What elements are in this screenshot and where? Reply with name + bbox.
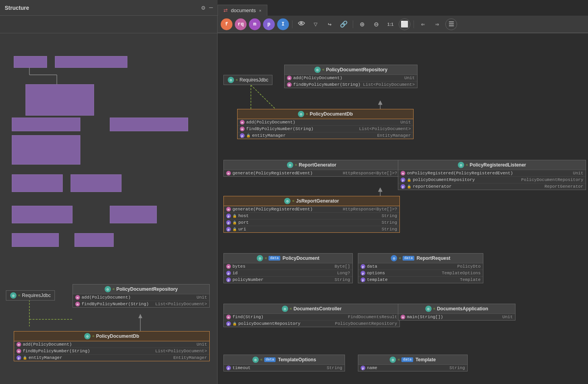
documents-application-diagram[interactable]: ◎ « DocumentsApplication mmain(String[])… [398, 304, 515, 321]
toolbar-btn-fit[interactable]: ⬜ [399, 18, 410, 30]
svg-marker-6 [138, 314, 142, 318]
toolbar-sep-2 [353, 20, 353, 28]
toolbar-btn-hook[interactable]: ↪ [324, 18, 336, 30]
tab-name: documents [231, 7, 256, 13]
member-find-repo-diag: mfindByPolicyNumber(String) List<PolicyD… [285, 82, 417, 88]
policy-registered-listener-diagram[interactable]: ◎ « PolicyRegisteredListener monPolicyRe… [398, 160, 586, 190]
toolbar-btn-filter[interactable]: ▽ [310, 18, 321, 30]
svg-marker-10 [378, 101, 382, 105]
member-entity-db-diag: p🔒entityManager EntityManager [238, 132, 413, 139]
struct-box-5 [110, 118, 188, 131]
report-request-header: ◎ « data ReportRequest [358, 254, 483, 263]
template-options-diagram[interactable]: ◎ « data TemplateOptions ptimeout String [223, 355, 345, 371]
member-add-db-diag: madd(PolicyDocument) Unit [238, 119, 413, 126]
iface-decorator: « [18, 293, 20, 298]
member-options-rr: poptions TemplateOptions [358, 270, 483, 277]
struct-box-8 [71, 174, 122, 192]
policy-document-diagram[interactable]: ◎ « data PolicyDocument mbytes Byte[] pi… [223, 253, 353, 283]
structure-canvas: ◎ « RequiresJdbc ◎ « PolicyDocumentRepos… [0, 33, 217, 384]
member-repo-dc: p🔒policyDocumentRepository PolicyDocumen… [224, 321, 399, 327]
member-on-policy: monPolicyRegistered(PolicyRegisteredEven… [398, 170, 586, 177]
policy-reg-listener-header: ◎ « PolicyRegisteredListener [398, 160, 586, 170]
policy-doc-header: ◎ « data PolicyDocument [224, 254, 352, 263]
struct-box-11 [12, 233, 59, 247]
toolbar-btn-minus[interactable]: ⊖ [370, 18, 382, 30]
structure-title: Structure [5, 5, 29, 11]
struct-box-7 [12, 174, 63, 192]
toolbar: f rq m p I 👁 ▽ ↪ 🔗 ⊕ ⊖ 1:1 ⬜ ⇐ ⇒ ☰ [218, 16, 588, 33]
minimize-icon[interactable]: — [209, 4, 213, 11]
member-host-jsrg: p🔒host String [224, 213, 399, 219]
documents-controller-diagram[interactable]: ◎ « DocumentsController mfind(String) Fi… [223, 304, 400, 327]
policy-doc-db-structure[interactable]: ◎ « PolicyDocumentDb madd(PolicyDocument… [14, 331, 210, 361]
report-generator-diagram[interactable]: ◎ « ReportGenerator mgenerate(PolicyRegi… [223, 160, 400, 177]
member-timeout-to: ptimeout String [224, 365, 345, 371]
member-data-rr: pdata PolicyDto [358, 263, 483, 270]
tab-close-icon[interactable]: × [259, 8, 261, 13]
structure-panel-header: Structure ⚙ — [0, 0, 218, 16]
toolbar-btn-rq[interactable]: rq [235, 18, 247, 30]
member-template-rr: ptemplate Template [358, 277, 483, 283]
toolbar-btn-f[interactable]: f [221, 18, 232, 30]
report-request-diagram[interactable]: ◎ « data ReportRequest pdata PolicyDto p… [358, 253, 483, 283]
requires-jdbc-iface-diagram: ◎ « RequiresJdbc [223, 75, 272, 85]
policy-doc-db-header-diagram: ◎ « PolicyDocumentDb [238, 109, 413, 119]
member-policy-doc-repo-listener: p🔒policyDocumentRepository PolicyDocumen… [398, 177, 586, 183]
member-policynumber-pd: ppolicyNumber String [224, 277, 352, 283]
toolbar-sep-1 [292, 20, 292, 28]
diagram-panel: ◎ « RequiresJdbc ◎ « PolicyDocumentRepos… [218, 33, 588, 384]
toolbar-btn-eye[interactable]: 👁 [296, 18, 307, 30]
toolbar-btn-split-right[interactable]: ⇒ [431, 18, 443, 30]
template-diagram[interactable]: ◎ « data Template pname String [358, 355, 468, 371]
diagram-canvas: ◎ « RequiresJdbc ◎ « PolicyDocumentRepos… [218, 33, 588, 384]
member-gen-jsrg: mgenerate(PolicyRegisteredEvent) HttpRes… [224, 206, 399, 213]
member-port-jsrg: p🔒port String [224, 219, 399, 226]
gear-icon[interactable]: ⚙ [201, 4, 205, 12]
member-entity-db-structure: p🔒entityManager EntityManager [14, 355, 209, 361]
member-add-repo-diag: madd(PolicyDocument) Unit [285, 75, 417, 82]
svg-marker-12 [378, 188, 382, 192]
requires-jdbc-label-diagram: RequiresJdbc [240, 77, 268, 83]
main-area: ◎ « RequiresJdbc ◎ « PolicyDocumentRepos… [0, 33, 588, 384]
toolbar-btn-split-left[interactable]: ⇐ [417, 18, 429, 30]
policy-doc-repo-structure[interactable]: ◎ « PolicyDocumentRepository madd(Policy… [73, 284, 210, 308]
member-report-gen-listener: p🔒reportGenerator ReportGenerator [398, 183, 586, 190]
struct-box-10 [110, 206, 157, 223]
template-header: ◎ « data Template [358, 355, 467, 365]
requires-jdbc-iface-structure: ◎ « RequiresJdbc [6, 290, 55, 301]
member-add-structure: madd(PolicyDocument) Unit [73, 294, 209, 301]
struct-box-4 [12, 118, 80, 131]
toolbar-btn-p[interactable]: p [263, 18, 275, 30]
struct-box-1 [14, 56, 47, 68]
toolbar-btn-plus[interactable]: ⊕ [356, 18, 368, 30]
app-header: Structure ⚙ — ⇄ documents × [0, 0, 588, 16]
policy-doc-db-header-structure: ◎ « PolicyDocumentDb [14, 331, 209, 341]
policy-doc-repo-diagram[interactable]: ◎ « PolicyDocumentRepository madd(Policy… [284, 65, 417, 88]
toolbar-btn-m[interactable]: m [249, 18, 261, 30]
badge-green-iface: ◎ [10, 292, 16, 299]
js-report-generator-diagram[interactable]: ◎ « JsReportGenerator mgenerate(PolicyRe… [223, 196, 400, 233]
toolbar-btn-ratio[interactable]: 1:1 [385, 18, 396, 30]
member-add-db-structure: madd(PolicyDocument) Unit [14, 341, 209, 348]
struct-box-9 [12, 206, 73, 223]
requires-jdbc-label-structure: RequiresJdbc [22, 293, 51, 298]
member-find-structure: mfindByPolicyNumber(String) List<PolicyD… [73, 301, 209, 307]
toolbar-btn-layout[interactable]: ☰ [445, 18, 457, 30]
member-find-db-structure: mfindByPolicyNumber(String) List<PolicyD… [14, 348, 209, 355]
policy-doc-db-diagram[interactable]: ◎ « PolicyDocumentDb madd(PolicyDocument… [237, 109, 414, 139]
policy-doc-repo-header-diagram: ◎ « PolicyDocumentRepository [285, 65, 417, 75]
js-report-gen-header: ◎ « JsReportGenerator [224, 196, 399, 206]
toolbar-btn-link[interactable]: 🔗 [338, 18, 350, 30]
header-icons: ⚙ — [201, 4, 213, 12]
struct-box-2 [55, 56, 127, 68]
structure-panel: ◎ « RequiresJdbc ◎ « PolicyDocumentRepos… [0, 33, 218, 384]
tab-icon: ⇄ [223, 7, 228, 13]
member-bytes-pd: mbytes Byte[] [224, 263, 352, 270]
struct-box-12 [74, 233, 114, 247]
struct-box-6 [12, 135, 80, 165]
docs-app-header: ◎ « DocumentsApplication [398, 304, 515, 314]
documents-tab[interactable]: ⇄ documents × [218, 5, 267, 16]
toolbar-btn-i[interactable]: I [277, 18, 289, 30]
docs-controller-header: ◎ « DocumentsController [224, 304, 399, 314]
member-gen-rg: mgenerate(PolicyRegisteredEvent) HttpRes… [224, 170, 399, 176]
